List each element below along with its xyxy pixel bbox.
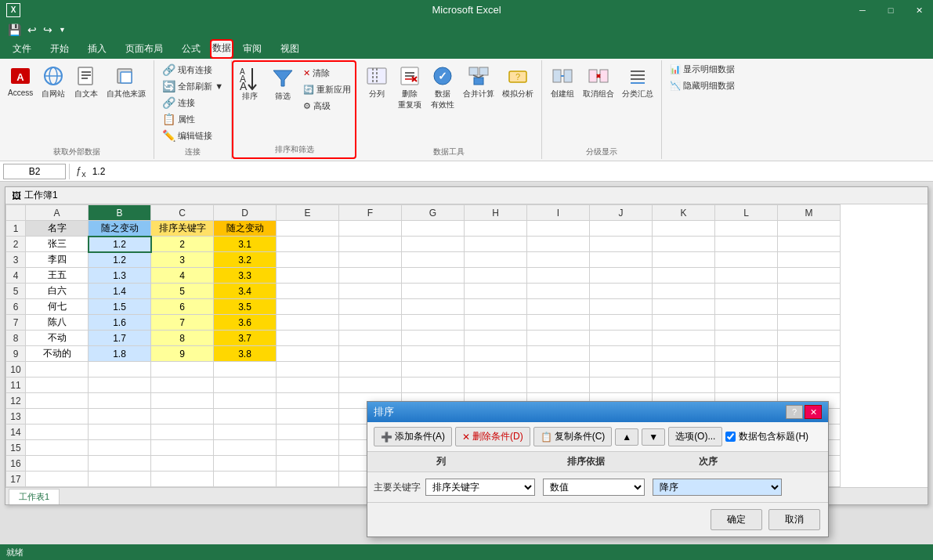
cell-B8[interactable]: 1.7: [89, 331, 151, 346]
cell-empty-4-4[interactable]: [277, 268, 339, 284]
cell-A1[interactable]: 名字: [26, 221, 89, 237]
tab-formula[interactable]: 公式: [172, 39, 210, 59]
cell-empty-5-11[interactable]: [715, 284, 778, 299]
empty-16-1[interactable]: [89, 456, 151, 471]
col-header-F[interactable]: F: [339, 205, 402, 221]
empty-11-5[interactable]: [339, 378, 402, 393]
cell-empty-1-6[interactable]: [402, 221, 465, 237]
undo-quick-btn[interactable]: ↩: [26, 23, 38, 36]
split-column-button[interactable]: 分列: [361, 62, 392, 101]
empty-11-11[interactable]: [715, 378, 778, 393]
sort-dialog-close[interactable]: ✕: [805, 405, 822, 419]
empty-12-1[interactable]: [89, 393, 151, 409]
cell-empty-9-9[interactable]: [590, 346, 653, 362]
empty-11-9[interactable]: [590, 378, 653, 393]
empty-10-5[interactable]: [339, 362, 402, 378]
cell-B1[interactable]: 随之变动: [89, 221, 151, 237]
redo-quick-btn[interactable]: ↪: [42, 23, 54, 36]
cell-empty-3-7[interactable]: [465, 252, 527, 268]
cell-empty-3-5[interactable]: [339, 252, 402, 268]
col-header-C[interactable]: C: [151, 205, 214, 221]
empty-15-1[interactable]: [89, 440, 151, 456]
cell-empty-5-12[interactable]: [778, 284, 841, 299]
empty-10-7[interactable]: [465, 362, 527, 378]
cell-B9[interactable]: 1.8: [89, 346, 151, 362]
empty-15-3[interactable]: [214, 440, 277, 456]
cell-empty-2-4[interactable]: [277, 237, 339, 252]
cell-empty-5-9[interactable]: [590, 284, 653, 299]
cell-empty-5-4[interactable]: [277, 284, 339, 299]
cell-empty-2-7[interactable]: [465, 237, 527, 252]
sort-cancel-button[interactable]: 取消: [768, 509, 820, 530]
cell-empty-8-5[interactable]: [339, 331, 402, 346]
cell-A2[interactable]: 张三: [26, 237, 89, 252]
cell-empty-5-7[interactable]: [465, 284, 527, 299]
minimize-button[interactable]: ─: [848, 0, 877, 20]
cell-empty-6-5[interactable]: [339, 299, 402, 315]
sheet-tab-1[interactable]: 工作表1: [9, 489, 60, 504]
col-header-H[interactable]: H: [465, 205, 527, 221]
empty-15-0[interactable]: [26, 440, 89, 456]
cell-empty-4-10[interactable]: [653, 268, 715, 284]
cell-empty-8-11[interactable]: [715, 331, 778, 346]
col-header-G[interactable]: G: [402, 205, 465, 221]
cell-empty-3-12[interactable]: [778, 252, 841, 268]
empty-10-3[interactable]: [214, 362, 277, 378]
formula-input[interactable]: [89, 164, 930, 179]
empty-16-2[interactable]: [151, 456, 214, 471]
access-button[interactable]: A Access: [5, 62, 36, 99]
empty-13-2[interactable]: [151, 409, 214, 425]
cell-empty-8-8[interactable]: [527, 331, 590, 346]
cell-empty-2-11[interactable]: [715, 237, 778, 252]
empty-11-0[interactable]: [26, 378, 89, 393]
cell-empty-9-10[interactable]: [653, 346, 715, 362]
cell-A5[interactable]: 白六: [26, 284, 89, 299]
show-detail-button[interactable]: 📊 显示明细数据: [667, 62, 738, 77]
cell-empty-1-12[interactable]: [778, 221, 841, 237]
data-validation-button[interactable]: ✓ 数据有效性: [427, 62, 458, 112]
cell-D2[interactable]: 3.1: [214, 237, 277, 252]
add-condition-button[interactable]: ➕ 添加条件(A): [374, 427, 452, 446]
cell-A8[interactable]: 不动: [26, 331, 89, 346]
tab-insert[interactable]: 插入: [78, 39, 116, 59]
cell-empty-9-6[interactable]: [402, 346, 465, 362]
empty-10-12[interactable]: [778, 362, 841, 378]
cell-empty-2-10[interactable]: [653, 237, 715, 252]
cell-empty-9-7[interactable]: [465, 346, 527, 362]
empty-11-8[interactable]: [527, 378, 590, 393]
empty-10-8[interactable]: [527, 362, 590, 378]
cell-empty-2-9[interactable]: [590, 237, 653, 252]
empty-10-11[interactable]: [715, 362, 778, 378]
refresh-all-button[interactable]: 🔄 全部刷新 ▼: [159, 78, 226, 94]
maximize-button[interactable]: □: [877, 0, 905, 20]
cell-empty-4-8[interactable]: [527, 268, 590, 284]
empty-12-3[interactable]: [214, 393, 277, 409]
cell-empty-1-11[interactable]: [715, 221, 778, 237]
sort-order-select[interactable]: 降序 升序: [653, 479, 782, 496]
empty-14-1[interactable]: [89, 425, 151, 440]
cell-empty-7-10[interactable]: [653, 315, 715, 331]
cell-empty-1-4[interactable]: [277, 221, 339, 237]
cell-D5[interactable]: 3.4: [214, 284, 277, 299]
up-arrow-button[interactable]: ▲: [615, 428, 638, 446]
what-if-button[interactable]: ? 模拟分析: [499, 62, 537, 101]
cell-empty-9-11[interactable]: [715, 346, 778, 362]
cell-empty-7-8[interactable]: [527, 315, 590, 331]
cell-C4[interactable]: 4: [151, 268, 214, 284]
cell-empty-8-7[interactable]: [465, 331, 527, 346]
empty-10-6[interactable]: [402, 362, 465, 378]
cell-empty-5-5[interactable]: [339, 284, 402, 299]
clear-button[interactable]: ✕ 清除: [300, 66, 354, 81]
cell-empty-1-8[interactable]: [527, 221, 590, 237]
cell-D6[interactable]: 3.5: [214, 299, 277, 315]
empty-14-2[interactable]: [151, 425, 214, 440]
empty-14-4[interactable]: [277, 425, 339, 440]
cell-empty-4-5[interactable]: [339, 268, 402, 284]
empty-11-4[interactable]: [277, 378, 339, 393]
cell-empty-7-7[interactable]: [465, 315, 527, 331]
empty-11-2[interactable]: [151, 378, 214, 393]
empty-13-3[interactable]: [214, 409, 277, 425]
cell-empty-6-9[interactable]: [590, 299, 653, 315]
cell-empty-7-11[interactable]: [715, 315, 778, 331]
cell-empty-8-9[interactable]: [590, 331, 653, 346]
